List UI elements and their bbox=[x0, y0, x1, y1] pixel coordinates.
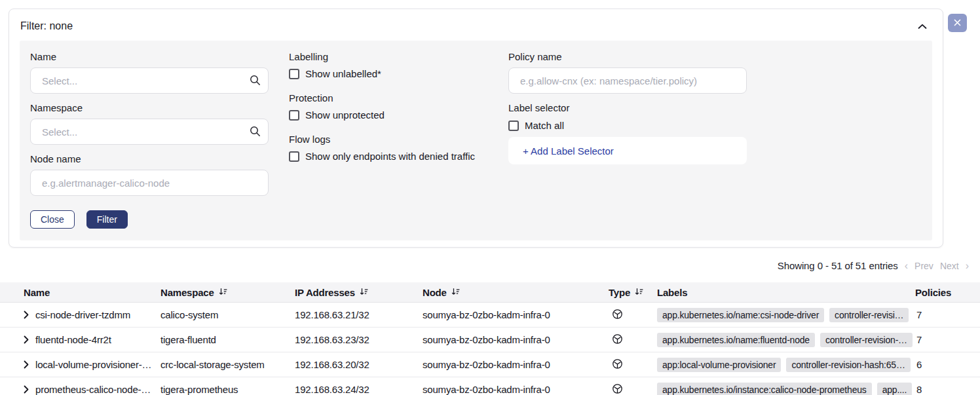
sort-icon bbox=[635, 287, 643, 298]
dismiss-filter-button[interactable] bbox=[948, 14, 967, 32]
endpoint-labels: app:local-volume-provisionercontroller-r… bbox=[657, 358, 915, 372]
endpoint-name: fluentd-node-4rr2t bbox=[35, 334, 111, 345]
endpoint-name: local-volume-provisioner-… bbox=[35, 359, 151, 370]
endpoint-labels: app.kubernetes.io/name:csi-node-driverco… bbox=[657, 308, 915, 322]
endpoint-ip: 192.168.63.20/32 bbox=[295, 359, 423, 370]
policy-name-field-label: Policy name bbox=[508, 51, 747, 62]
entries-summary: Showing 0 - 51 of 51 entries bbox=[778, 260, 898, 271]
next-page-button[interactable]: Next bbox=[940, 261, 959, 271]
endpoint-policies-count: 6 bbox=[915, 359, 980, 370]
name-select-input[interactable] bbox=[30, 67, 269, 94]
match-all-checkbox[interactable] bbox=[508, 121, 519, 131]
filter-button[interactable]: Filter bbox=[86, 210, 128, 229]
filter-form: Name Namespace Node name Close Filt bbox=[20, 41, 932, 240]
endpoint-node: soumya-bz-0zbo-kadm-infra-0 bbox=[423, 334, 609, 345]
policy-name-input[interactable] bbox=[508, 67, 747, 94]
endpoint-name: csi-node-driver-tzdmm bbox=[35, 309, 130, 320]
chevron-left-icon: ‹ bbox=[905, 261, 908, 271]
add-label-selector-button[interactable]: + Add Label Selector bbox=[508, 137, 747, 164]
column-header-node[interactable]: Node bbox=[423, 287, 609, 298]
filter-title: Filter: none bbox=[20, 20, 73, 32]
endpoint-ip: 192.168.63.23/32 bbox=[295, 334, 423, 345]
label-pill: app.kubernetes.io/instance:calico-node-p… bbox=[657, 383, 872, 395]
flow-logs-heading: Flow logs bbox=[289, 134, 488, 145]
table-row[interactable]: prometheus-calico-node-… tigera-promethe… bbox=[0, 377, 980, 395]
protection-heading: Protection bbox=[289, 92, 488, 103]
chevron-up-icon bbox=[918, 22, 927, 31]
endpoint-ip: 192.168.63.24/32 bbox=[295, 384, 423, 395]
column-header-namespace[interactable]: Namespace bbox=[160, 287, 295, 298]
collapse-panel-button[interactable] bbox=[916, 20, 928, 33]
label-pill: app:local-volume-provisioner bbox=[657, 358, 781, 372]
node-name-input[interactable] bbox=[30, 170, 269, 196]
expand-row-chevron-icon[interactable] bbox=[24, 335, 29, 344]
filter-column-right: Policy name Label selector Match all + A… bbox=[508, 51, 747, 229]
label-pill: app.kubernetes.io/name:fluentd-node bbox=[657, 333, 815, 347]
endpoint-name: prometheus-calico-node-… bbox=[35, 384, 151, 395]
pod-icon bbox=[612, 309, 623, 322]
pod-icon bbox=[612, 383, 623, 395]
endpoint-policies-count: 8 bbox=[915, 384, 980, 395]
denied-traffic-label: Show only endpoints with denied traffic bbox=[305, 151, 475, 162]
close-button[interactable]: Close bbox=[30, 210, 75, 229]
endpoint-labels: app.kubernetes.io/name:fluentd-nodecontr… bbox=[657, 333, 915, 347]
table-row[interactable]: csi-node-driver-tzdmm calico-system 192.… bbox=[0, 303, 980, 328]
endpoint-policies-count: 7 bbox=[915, 309, 980, 320]
pod-icon bbox=[612, 358, 623, 371]
endpoint-namespace: tigera-fluentd bbox=[160, 334, 295, 345]
column-header-policies: Policies bbox=[915, 287, 980, 298]
endpoints-table: Name Namespace IP Addresses Node Type La… bbox=[0, 282, 980, 395]
pod-icon bbox=[612, 333, 623, 347]
sort-icon bbox=[360, 287, 368, 298]
table-row[interactable]: local-volume-provisioner-… crc-local-sto… bbox=[0, 352, 980, 377]
show-unlabelled-checkbox[interactable] bbox=[289, 69, 299, 79]
filter-panel: Filter: none Name Namespace bbox=[9, 9, 943, 248]
filter-panel-header: Filter: none bbox=[20, 18, 932, 35]
show-unlabelled-label: Show unlabelled* bbox=[305, 68, 381, 79]
namespace-select-input[interactable] bbox=[30, 119, 269, 145]
namespace-field-label: Namespace bbox=[30, 102, 269, 113]
filter-column-left: Name Namespace Node name Close Filt bbox=[30, 51, 269, 229]
sort-icon bbox=[451, 287, 460, 298]
table-row[interactable]: fluentd-node-4rr2t tigera-fluentd 192.16… bbox=[0, 328, 980, 352]
node-name-field-label: Node name bbox=[30, 153, 269, 164]
labelling-heading: Labelling bbox=[289, 51, 488, 62]
endpoint-node: soumya-bz-0zbo-kadm-infra-0 bbox=[423, 359, 609, 370]
prev-page-button[interactable]: Prev bbox=[914, 261, 933, 271]
column-header-ip-addresses[interactable]: IP Addresses bbox=[295, 287, 423, 298]
pagination: Showing 0 - 51 of 51 entries ‹ Prev Next… bbox=[778, 260, 969, 271]
endpoint-namespace: calico-system bbox=[160, 309, 295, 320]
endpoint-node: soumya-bz-0zbo-kadm-infra-0 bbox=[423, 384, 609, 395]
endpoint-labels: app.kubernetes.io/instance:calico-node-p… bbox=[657, 383, 915, 395]
endpoint-ip: 192.168.63.21/32 bbox=[295, 309, 423, 320]
label-selector-heading: Label selector bbox=[508, 102, 747, 113]
label-pill: controller-revisi… bbox=[829, 308, 909, 322]
chevron-right-icon: › bbox=[966, 261, 969, 271]
label-pill: controller-revision-… bbox=[820, 333, 913, 347]
label-pill: controller-revision-hash:65… bbox=[786, 358, 910, 372]
sort-icon bbox=[219, 287, 227, 298]
close-icon bbox=[954, 18, 961, 28]
table-header: Name Namespace IP Addresses Node Type La… bbox=[0, 282, 980, 303]
table-body: csi-node-driver-tzdmm calico-system 192.… bbox=[0, 303, 980, 395]
show-unprotected-label: Show unprotected bbox=[305, 109, 385, 121]
label-pill: app.... bbox=[877, 383, 913, 395]
expand-row-chevron-icon[interactable] bbox=[24, 385, 29, 394]
match-all-label: Match all bbox=[525, 120, 564, 131]
name-field-label: Name bbox=[30, 51, 269, 62]
denied-traffic-checkbox[interactable] bbox=[289, 151, 299, 162]
column-header-name: Name bbox=[0, 287, 160, 298]
endpoint-namespace: tigera-prometheus bbox=[160, 384, 295, 395]
column-header-labels: Labels bbox=[657, 287, 915, 298]
endpoint-node: soumya-bz-0zbo-kadm-infra-0 bbox=[423, 309, 609, 320]
endpoint-namespace: crc-local-storage-system bbox=[160, 359, 295, 370]
expand-row-chevron-icon[interactable] bbox=[24, 310, 29, 319]
label-pill: app.kubernetes.io/name:csi-node-driver bbox=[657, 308, 824, 322]
filter-column-middle: Labelling Show unlabelled* Protection Sh… bbox=[289, 51, 488, 229]
column-header-type[interactable]: Type bbox=[609, 287, 657, 298]
show-unprotected-checkbox[interactable] bbox=[289, 110, 299, 121]
endpoint-policies-count: 7 bbox=[915, 334, 980, 345]
expand-row-chevron-icon[interactable] bbox=[24, 360, 29, 369]
